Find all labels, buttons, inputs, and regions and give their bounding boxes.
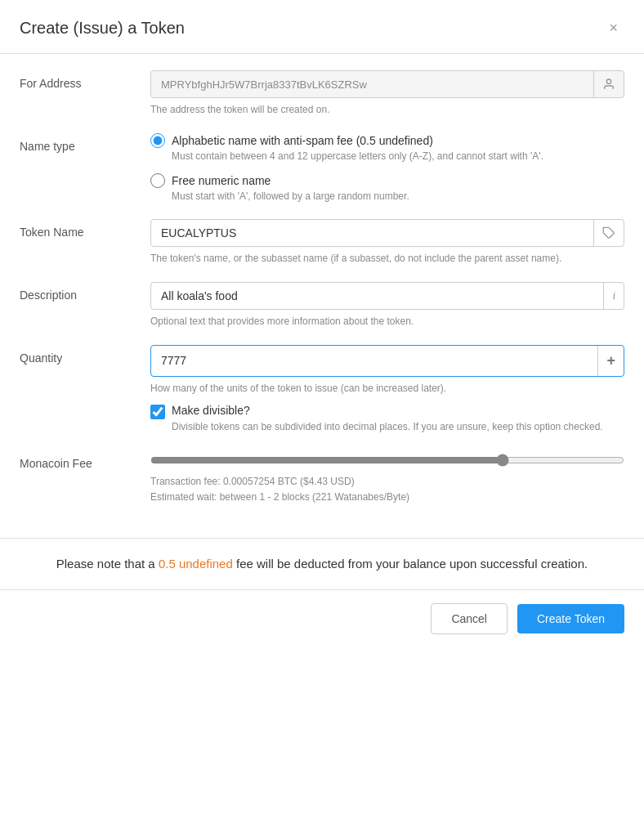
make-divisible-label: Make divisible?: [172, 404, 603, 417]
notice-highlight: 0.5 undefined: [159, 557, 233, 571]
make-divisible-row: Make divisible? Divisible tokens can be …: [150, 404, 624, 434]
dialog-title: Create (Issue) a Token: [20, 19, 185, 38]
create-token-dialog: Create (Issue) a Token × For Address The…: [0, 0, 644, 647]
name-type-option-alphabetic: Alphabetic name with anti-spam fee (0.5 …: [150, 133, 624, 163]
for-address-helper: The address the token will be created on…: [150, 103, 624, 117]
fee-info: Transaction fee: 0.00057254 BTC ($4.43 U…: [150, 474, 624, 505]
for-address-row: For Address The address the token will b…: [20, 70, 624, 117]
name-type-label: Name type: [20, 133, 150, 153]
quantity-control: + How many of the units of the token to …: [150, 345, 624, 434]
dialog-body: For Address The address the token will b…: [0, 54, 644, 538]
for-address-label: For Address: [20, 70, 150, 90]
token-name-label: Token Name: [20, 219, 150, 239]
token-name-helper: The token's name, or the subasset name (…: [150, 252, 624, 266]
quantity-input[interactable]: [151, 347, 597, 374]
token-name-control: The token's name, or the subasset name (…: [150, 219, 624, 266]
tx-fee-text: Transaction fee: 0.00057254 BTC ($4.43 U…: [150, 474, 624, 490]
notice-section: Please note that a 0.5 undefined fee wil…: [0, 538, 644, 590]
person-icon: [593, 71, 624, 97]
description-control: i Optional text that provides more infor…: [150, 282, 624, 329]
make-divisible-desc: Divisible tokens can be subdivided into …: [172, 420, 603, 434]
description-input-wrapper: i: [150, 282, 624, 310]
alphabetic-radio-label[interactable]: Alphabetic name with anti-spam fee (0.5 …: [150, 133, 624, 148]
info-icon: i: [603, 283, 624, 309]
alphabetic-radio-text: Alphabetic name with anti-spam fee (0.5 …: [172, 134, 433, 147]
description-helper: Optional text that provides more informa…: [150, 315, 624, 329]
for-address-input-wrapper: [150, 70, 624, 98]
description-label: Description: [20, 282, 150, 302]
cancel-button[interactable]: Cancel: [431, 603, 508, 634]
for-address-control: The address the token will be created on…: [150, 70, 624, 117]
make-divisible-checkbox[interactable]: [150, 405, 165, 419]
close-button[interactable]: ×: [602, 16, 624, 40]
make-divisible-content: Make divisible? Divisible tokens can be …: [172, 404, 603, 434]
name-type-radio-group: Alphabetic name with anti-spam fee (0.5 …: [150, 133, 624, 204]
token-name-input-wrapper: [150, 219, 624, 247]
token-name-input[interactable]: [151, 220, 593, 246]
token-name-row: Token Name The token's name, or the suba…: [20, 219, 624, 266]
fee-slider[interactable]: [150, 454, 624, 467]
numeric-radio-label[interactable]: Free numeric name: [150, 173, 624, 188]
create-token-button[interactable]: Create Token: [517, 604, 624, 633]
tag-icon: [593, 220, 624, 246]
quantity-helper: How many of the units of the token to is…: [150, 382, 624, 396]
name-type-control: Alphabetic name with anti-spam fee (0.5 …: [150, 133, 624, 204]
plus-icon[interactable]: +: [597, 346, 624, 376]
quantity-label: Quantity: [20, 345, 150, 365]
notice-prefix: Please note that a: [56, 557, 159, 571]
quantity-row: Quantity + How many of the units of the …: [20, 345, 624, 434]
name-type-row: Name type Alphabetic name with anti-spam…: [20, 133, 624, 204]
for-address-input[interactable]: [151, 72, 593, 97]
estimated-wait-text: Estimated wait: between 1 - 2 blocks (22…: [150, 490, 624, 505]
fee-slider-container: [150, 454, 624, 469]
monacoin-fee-row: Monacoin Fee Transaction fee: 0.00057254…: [20, 450, 624, 505]
description-input[interactable]: [151, 283, 603, 309]
numeric-radio-desc: Must start with 'A', followed by a large…: [172, 190, 624, 204]
monacoin-fee-label: Monacoin Fee: [20, 450, 150, 470]
description-row: Description i Optional text that provide…: [20, 282, 624, 329]
monacoin-fee-control: Transaction fee: 0.00057254 BTC ($4.43 U…: [150, 450, 624, 505]
svg-point-0: [606, 79, 610, 83]
alphabetic-radio-input[interactable]: [150, 133, 165, 148]
name-type-option-numeric: Free numeric name Must start with 'A', f…: [150, 173, 624, 204]
notice-suffix: fee will be deducted from your balance u…: [233, 557, 588, 571]
dialog-footer: Cancel Create Token: [0, 589, 644, 647]
quantity-input-wrapper: +: [150, 345, 624, 377]
numeric-radio-text: Free numeric name: [172, 174, 271, 187]
dialog-header: Create (Issue) a Token ×: [0, 0, 644, 54]
alphabetic-radio-desc: Must contain between 4 and 12 uppercase …: [172, 150, 624, 163]
numeric-radio-input[interactable]: [150, 173, 165, 188]
